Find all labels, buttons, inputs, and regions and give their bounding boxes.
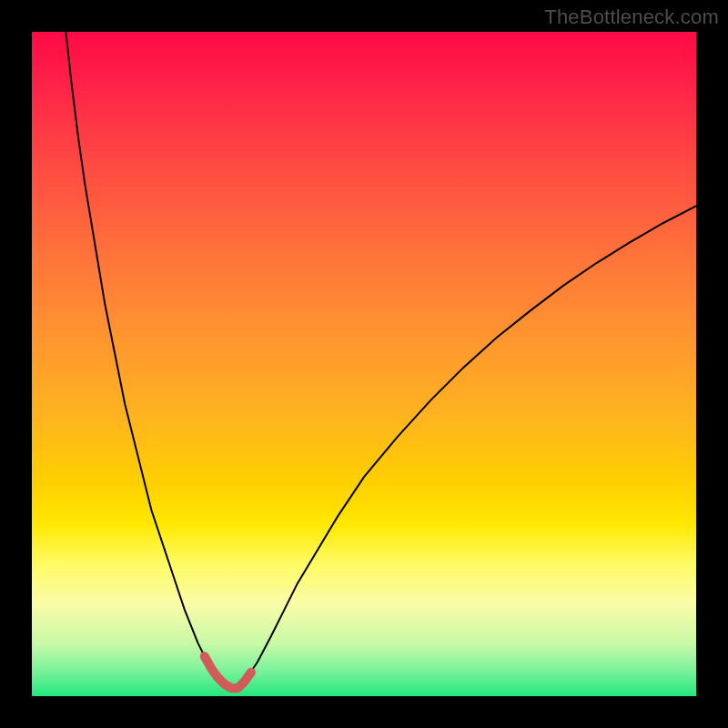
watermark-text: TheBottleneck.com [544,5,719,29]
chart-frame: TheBottleneck.com [0,0,728,728]
series-curve [66,32,697,688]
chart-svg [32,32,696,696]
plot-area [32,32,696,696]
series-highlight [205,656,251,688]
